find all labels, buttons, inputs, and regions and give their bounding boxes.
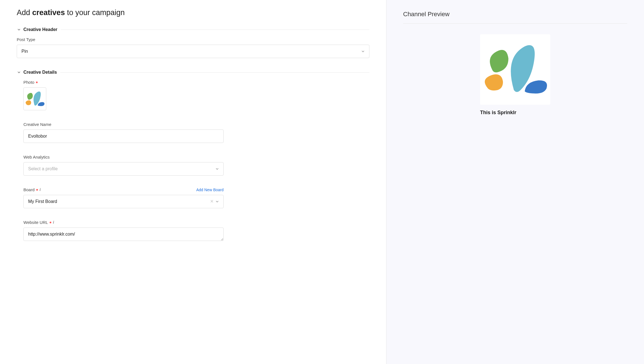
chevron-down-icon	[17, 70, 21, 75]
photo-label: Photo	[23, 80, 369, 85]
website-url-label: Website URL i	[23, 220, 224, 225]
section-divider	[60, 72, 369, 73]
preview-card: This is Sprinklr	[480, 34, 550, 116]
page-title: Add creatives to your campaign	[17, 8, 369, 17]
info-icon[interactable]: i	[40, 188, 41, 192]
preview-card-title: This is Sprinklr	[480, 110, 550, 116]
preview-panel: Channel Preview This is Sprinklr	[386, 0, 644, 364]
sprinklr-logo-icon	[25, 91, 45, 107]
board-label: Board i	[23, 187, 41, 192]
section-title-creative-details: Creative Details	[23, 70, 57, 75]
preview-image	[480, 34, 550, 105]
section-title-creative-header: Creative Header	[23, 27, 57, 32]
web-analytics-placeholder: Select a profile	[28, 166, 58, 171]
required-icon	[36, 189, 38, 191]
board-value: My First Board	[28, 199, 57, 204]
page-title-bold: creatives	[32, 8, 65, 17]
creative-name-label: Creative Name	[23, 122, 224, 127]
photo-thumbnail[interactable]	[23, 87, 46, 110]
post-type-value: Pin	[21, 49, 28, 54]
required-icon	[50, 222, 51, 223]
channel-preview-title: Channel Preview	[403, 11, 627, 24]
sprinklr-logo-icon	[483, 43, 548, 96]
section-header-creative-header[interactable]: Creative Header	[17, 27, 369, 32]
section-header-creative-details[interactable]: Creative Details	[17, 70, 369, 75]
web-analytics-select[interactable]: Select a profile	[23, 162, 224, 176]
page-title-after: to your campaign	[65, 8, 125, 17]
post-type-label: Post Type	[17, 37, 369, 42]
form-panel: Add creatives to your campaign Creative …	[0, 0, 386, 364]
add-new-board-link[interactable]: Add New Board	[196, 188, 224, 192]
section-divider	[61, 30, 369, 30]
creative-name-input[interactable]	[23, 130, 224, 143]
chevron-down-icon	[216, 200, 219, 203]
chevron-down-icon	[216, 167, 219, 171]
chevron-down-icon	[361, 50, 365, 53]
page-title-before: Add	[17, 8, 32, 17]
post-type-select[interactable]: Pin	[17, 45, 369, 58]
required-icon	[36, 82, 38, 83]
info-icon[interactable]: i	[53, 220, 54, 225]
board-select[interactable]: My First Board	[23, 195, 224, 208]
chevron-down-icon	[17, 27, 21, 32]
website-url-input[interactable]	[23, 228, 224, 241]
web-analytics-label: Web Analytics	[23, 155, 224, 159]
clear-icon[interactable]	[210, 200, 213, 203]
